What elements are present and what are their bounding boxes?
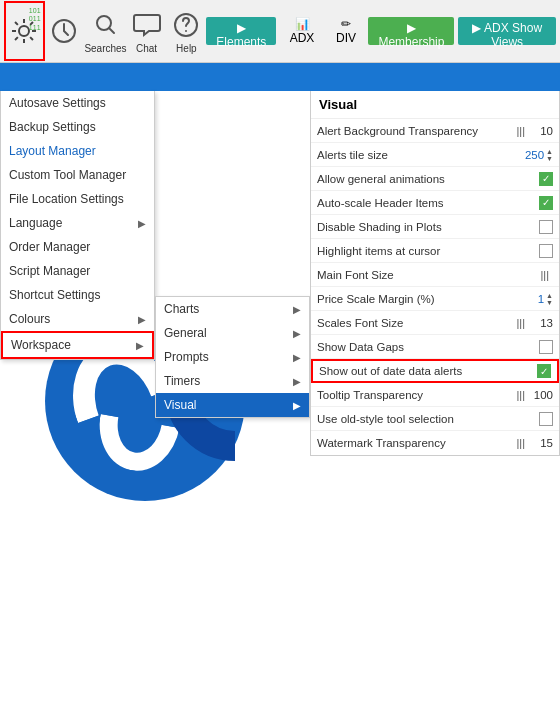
alert-bg-transparency-label: Alert Background Transparency <box>317 125 512 137</box>
panel-row-old-style-tool: Use old-style tool selection <box>311 407 559 431</box>
elements-button[interactable]: ▶ Elements <box>206 17 276 45</box>
alerts-tile-size-label: Alerts tile size <box>317 149 520 161</box>
help-button[interactable]: Help <box>166 1 206 61</box>
menu-colours[interactable]: Colours ▶ <box>1 307 154 331</box>
allow-animations-checkbox[interactable]: ✓ <box>539 172 553 186</box>
menu-script-manager[interactable]: Script Manager <box>1 259 154 283</box>
menu-autosave-settings[interactable]: Autosave Settings <box>1 91 154 115</box>
highlight-cursor-label: Highlight items at cursor <box>317 245 539 257</box>
disable-shading-checkbox[interactable] <box>539 220 553 234</box>
timers-arrow: ▶ <box>293 376 301 387</box>
menu-shortcut-settings[interactable]: Shortcut Settings <box>1 283 154 307</box>
svg-point-4 <box>185 30 187 32</box>
panel-row-watermark-transparency: Watermark Transparency ||| 15 <box>311 431 559 455</box>
alerts-tile-size-value: 250 <box>520 149 544 161</box>
visual-panel-title: Visual <box>311 91 559 119</box>
show-out-of-date-alerts-label: Show out of date data alerts <box>319 365 537 377</box>
menu-language[interactable]: Language ▶ <box>1 211 154 235</box>
visual-arrow: ▶ <box>293 400 301 411</box>
membership-button[interactable]: ▶ Membership <box>368 17 454 45</box>
menu-file-location-settings[interactable]: File Location Settings <box>1 187 154 211</box>
show-data-gaps-label: Show Data Gaps <box>317 341 539 353</box>
menu-timers[interactable]: Timers ▶ <box>156 369 309 393</box>
adx-button[interactable]: 📊 ADX <box>280 13 323 49</box>
scales-font-size-value: 13 <box>529 317 553 329</box>
tooltip-transparency-value: 100 <box>529 389 553 401</box>
alerts-tile-size-spinner[interactable]: ▲ ▼ <box>546 148 553 162</box>
searches-button[interactable]: Searches <box>84 1 126 61</box>
panel-row-alerts-tile-size: Alerts tile size 250 ▲ ▼ <box>311 143 559 167</box>
panel-row-auto-scale-header: Auto-scale Header Items ✓ <box>311 191 559 215</box>
toolbar: 101011111 Searches Chat Help <box>0 0 560 63</box>
main-area: Autosave Settings Backup Settings Layout… <box>0 91 560 711</box>
tooltip-transparency-label: Tooltip Transparency <box>317 389 512 401</box>
menu-order-manager[interactable]: Order Manager <box>1 235 154 259</box>
adx-label: 📊 ADX <box>290 17 315 45</box>
tooltip-transparency-icon: ||| <box>516 389 525 401</box>
general-arrow: ▶ <box>293 328 301 339</box>
panel-row-allow-animations: Allow general animations ✓ <box>311 167 559 191</box>
menu-prompts[interactable]: Prompts ▶ <box>156 345 309 369</box>
panel-row-highlight-cursor: Highlight items at cursor <box>311 239 559 263</box>
panel-row-price-scale-margin: Price Scale Margin (%) 1 ▲ ▼ <box>311 287 559 311</box>
watermark-transparency-icon: ||| <box>516 437 525 449</box>
menu-charts[interactable]: Charts ▶ <box>156 297 309 321</box>
settings-menu: Autosave Settings Backup Settings Layout… <box>0 91 155 360</box>
menu-custom-tool-manager[interactable]: Custom Tool Manager <box>1 163 154 187</box>
membership-label: ▶ Membership <box>378 21 444 49</box>
settings-button[interactable]: 101011111 <box>4 1 45 61</box>
charts-arrow: ▶ <box>293 304 301 315</box>
searches-label: Searches <box>84 43 126 54</box>
show-data-gaps-checkbox[interactable] <box>539 340 553 354</box>
elements-label: ▶ Elements <box>216 21 266 49</box>
div-label: ✏ DIV <box>336 17 356 45</box>
main-font-size-label: Main Font Size <box>317 269 536 281</box>
price-margin-down[interactable]: ▼ <box>546 299 553 306</box>
spinner-up[interactable]: ▲ <box>546 148 553 155</box>
help-label: Help <box>176 43 197 54</box>
watermark-transparency-value: 15 <box>529 437 553 449</box>
language-arrow: ▶ <box>138 218 146 229</box>
price-scale-margin-value: 1 <box>520 293 544 305</box>
highlight-cursor-checkbox[interactable] <box>539 244 553 258</box>
old-style-tool-checkbox[interactable] <box>539 412 553 426</box>
adx-show-views-button[interactable]: ▶ ADX Show Views <box>458 17 556 45</box>
disable-shading-label: Disable Shading in Plots <box>317 221 539 233</box>
menu-workspace[interactable]: Workspace ▶ <box>1 331 154 359</box>
menu-layout-manager[interactable]: Layout Manager <box>1 139 154 163</box>
transparency-slider-icon: ||| <box>516 125 525 137</box>
clock-button[interactable] <box>45 1 85 61</box>
chat-button[interactable]: Chat <box>127 1 167 61</box>
price-scale-margin-spinner[interactable]: ▲ ▼ <box>546 292 553 306</box>
spinner-down[interactable]: ▼ <box>546 155 553 162</box>
svg-point-0 <box>19 26 29 36</box>
auto-scale-header-checkbox[interactable]: ✓ <box>539 196 553 210</box>
show-out-of-date-alerts-checkbox[interactable]: ✓ <box>537 364 551 378</box>
colours-arrow: ▶ <box>138 314 146 325</box>
prompts-arrow: ▶ <box>293 352 301 363</box>
auto-scale-header-label: Auto-scale Header Items <box>317 197 539 209</box>
panel-row-main-font-size: Main Font Size ||| <box>311 263 559 287</box>
price-margin-up[interactable]: ▲ <box>546 292 553 299</box>
panel-row-show-data-gaps: Show Data Gaps <box>311 335 559 359</box>
main-font-size-icon: ||| <box>540 269 549 281</box>
panel-row-alert-bg-transparency: Alert Background Transparency ||| 10 <box>311 119 559 143</box>
scales-font-size-label: Scales Font Size <box>317 317 512 329</box>
panel-row-scales-font-size: Scales Font Size ||| 13 <box>311 311 559 335</box>
panel-row-tooltip-transparency: Tooltip Transparency ||| 100 <box>311 383 559 407</box>
old-style-tool-label: Use old-style tool selection <box>317 413 539 425</box>
workspace-arrow: ▶ <box>136 340 144 351</box>
adx-show-views-label: ▶ ADX Show Views <box>472 21 542 49</box>
watermark-transparency-label: Watermark Transparency <box>317 437 512 449</box>
menu-general[interactable]: General ▶ <box>156 321 309 345</box>
menu-backup-settings[interactable]: Backup Settings <box>1 115 154 139</box>
chat-label: Chat <box>136 43 157 54</box>
alert-bg-transparency-value: 10 <box>529 125 553 137</box>
workspace-submenu: Charts ▶ General ▶ Prompts ▶ Timers ▶ Vi… <box>155 296 310 418</box>
div-button[interactable]: ✏ DIV <box>328 13 365 49</box>
price-scale-margin-label: Price Scale Margin (%) <box>317 293 520 305</box>
toolbar-right: ▶ Elements 📊 ADX ✏ DIV ▶ Membership ▶ AD… <box>206 13 556 49</box>
menu-visual[interactable]: Visual ▶ <box>156 393 309 417</box>
scales-font-icon: ||| <box>516 317 525 329</box>
allow-animations-label: Allow general animations <box>317 173 539 185</box>
